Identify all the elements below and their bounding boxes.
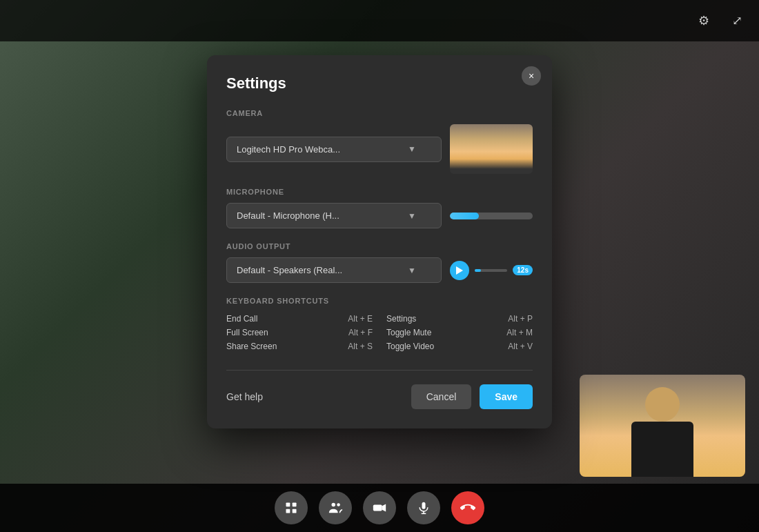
shortcut-end-call-name: End Call [226,314,257,324]
shortcuts-column-left: End Call Alt + E Full Screen Alt + F Sha… [226,312,373,353]
audio-time-badge: 12s [513,265,533,275]
modal-close-button[interactable]: × [522,66,541,86]
audio-output-select-wrap: Default - Speakers (Real... ▼ [226,257,442,283]
get-help-button[interactable]: Get help [226,391,263,402]
shortcut-toggle-mute: Toggle Mute Alt + M [386,326,533,339]
audio-output-label: AUDIO OUTPUT [226,242,533,250]
svg-marker-11 [456,266,463,275]
shortcut-share-screen: Share Screen Alt + S [226,339,373,353]
microphone-row: Default - Microphone (H... ▼ [226,203,533,228]
microphone-section: MICROPHONE Default - Microphone (H... ▼ [226,188,533,228]
shortcut-toggle-video: Toggle Video Alt + V [386,339,533,353]
shortcut-full-screen-key: Alt + F [348,328,373,337]
shortcut-toggle-video-key: Alt + V [508,342,533,351]
shortcut-toggle-mute-key: Alt + M [506,328,533,337]
cancel-button[interactable]: Cancel [411,384,472,409]
modal-footer: Get help Cancel Save [226,384,533,409]
shortcut-settings-key: Alt + P [508,314,533,324]
audio-output-row: Default - Speakers (Real... ▼ 12s [226,257,533,283]
microphone-label: MICROPHONE [226,188,533,196]
camera-preview [450,124,533,174]
shortcut-full-screen: Full Screen Alt + F [226,326,373,339]
audio-play-button[interactable] [450,261,469,280]
audio-output-select-button[interactable]: Default - Speakers (Real... ▼ [226,257,442,283]
shortcut-end-call-key: Alt + E [348,314,373,324]
shortcut-toggle-video-name: Toggle Video [386,342,434,351]
play-icon [456,266,463,275]
shortcut-share-screen-name: Share Screen [226,342,277,351]
audio-progress-fill [475,269,481,272]
keyboard-shortcuts-label: KEYBOARD SHORTCUTS [226,297,533,305]
audio-test-control: 12s [450,261,533,280]
audio-progress-bar [475,269,507,272]
audio-output-chevron-icon: ▼ [408,266,416,275]
modal-divider [226,370,533,371]
save-button[interactable]: Save [480,384,533,409]
camera-select-button[interactable]: Logitech HD Pro Webca... ▼ [226,137,442,162]
shortcut-full-screen-name: Full Screen [226,328,268,337]
camera-label: CAMERA [226,109,533,117]
settings-modal: Settings × CAMERA Logitech HD Pro Webca.… [207,55,552,428]
microphone-level-fill [450,213,479,219]
shortcut-share-screen-key: Alt + S [348,342,373,351]
camera-select-wrap: Logitech HD Pro Webca... ▼ [226,137,442,162]
microphone-selected-device: Default - Microphone (H... [237,210,339,221]
audio-output-section: AUDIO OUTPUT Default - Speakers (Real...… [226,242,533,283]
shortcut-toggle-mute-name: Toggle Mute [386,328,431,337]
shortcut-settings-name: Settings [386,314,416,324]
microphone-level-bar [450,213,533,219]
camera-preview-video [450,124,533,174]
microphone-select-button[interactable]: Default - Microphone (H... ▼ [226,203,442,228]
audio-output-selected-device: Default - Speakers (Real... [237,265,342,275]
modal-overlay: Settings × CAMERA Logitech HD Pro Webca.… [0,0,759,532]
camera-section: CAMERA Logitech HD Pro Webca... ▼ [226,109,533,174]
microphone-chevron-icon: ▼ [408,211,416,221]
microphone-select-wrap: Default - Microphone (H... ▼ [226,203,442,228]
shortcuts-grid: End Call Alt + E Full Screen Alt + F Sha… [226,312,533,353]
footer-buttons: Cancel Save [411,384,533,409]
keyboard-shortcuts-section: KEYBOARD SHORTCUTS End Call Alt + E Full… [226,297,533,353]
modal-title: Settings [226,75,533,92]
camera-selected-device: Logitech HD Pro Webca... [237,144,340,155]
camera-row: Logitech HD Pro Webca... ▼ [226,124,533,174]
camera-chevron-icon: ▼ [408,144,416,154]
shortcut-end-call: End Call Alt + E [226,312,373,326]
shortcut-settings: Settings Alt + P [386,312,533,326]
shortcuts-column-right: Settings Alt + P Toggle Mute Alt + M Tog… [386,312,533,353]
